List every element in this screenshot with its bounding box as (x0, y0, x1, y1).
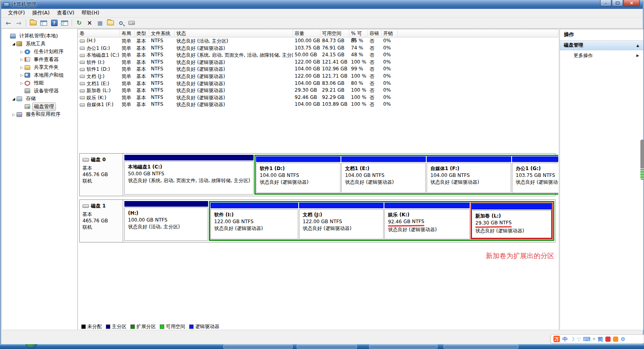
forward-button[interactable]: → (14, 18, 23, 27)
table-row[interactable]: 娱乐 (K:) 简单 基本 NTFS 状态良好 (逻辑驱动器) 92.46 GB… (78, 94, 558, 101)
tree-item-storage[interactable]: ◢存储 (2, 95, 77, 103)
open-folder-icon (107, 21, 114, 25)
task-scheduler-icon (25, 49, 30, 54)
partition-f[interactable]: 自媒体1 (F:)104.00 GB NTFS状态良好 (逻辑驱动器) (427, 156, 511, 193)
partition-k[interactable]: 娱乐 (K:)92.46 GB NTFS状态良好 (逻辑驱动器) (384, 203, 470, 239)
collapsed-arrow-icon[interactable]: ▷ (11, 113, 16, 117)
side-scroll-handle[interactable] (640, 140, 644, 180)
delete-button[interactable]: × (85, 18, 94, 27)
table-row[interactable]: 办公1 (G:) 简单 基本 NTFS 状态良好 (逻辑驱动器) 103.75 … (78, 45, 558, 52)
ime-settings-gear-icon[interactable]: ⚙ (621, 337, 625, 342)
expanded-arrow-icon[interactable]: ◢ (11, 42, 16, 46)
partition-j[interactable]: 文档 (J:)122.00 GB NTFS状态良好 (逻辑驱动器) (299, 203, 384, 239)
table-row[interactable]: 软件 (I:) 简单 基本 NTFS 状态良好 (逻辑驱动器) 122.00 G… (78, 59, 558, 66)
col-capacity[interactable]: 容量 (293, 29, 320, 37)
ime-lang-icon[interactable]: 中 (562, 337, 568, 342)
menu-file[interactable]: 文件(F) (4, 9, 29, 17)
extended-partition-disk1: 软件 (I:)122.00 GB NTFS状态良好 (逻辑驱动器) 文档 (J:… (209, 201, 554, 241)
tree-item-device-manager[interactable]: 设备管理器 (2, 87, 77, 95)
col-type[interactable]: 类型 (135, 29, 149, 37)
disk-0-info[interactable]: 磁盘 0 基本 465.76 GB 联机 (80, 154, 123, 196)
partition-e[interactable]: 文档1 (E:)104.00 GB NTFS状态良好 (逻辑驱动器) (341, 156, 426, 193)
table-row[interactable]: 本地磁盘1 (C:) 简单 基本 NTFS 状态良好 (系统, 启动, 页面文件… (78, 51, 558, 59)
collapsed-arrow-icon[interactable]: ▷ (19, 73, 24, 77)
taskbar-button[interactable] (444, 345, 518, 349)
open-button[interactable] (106, 18, 115, 27)
menu-action[interactable]: 操作(A) (29, 9, 53, 17)
menu-help[interactable]: 帮助(H) (78, 9, 103, 17)
partition-l-new-volume[interactable]: 新加卷 (L:)29.30 GB NTFS状态良好 (逻辑驱动器) (471, 203, 553, 239)
console-tree-button[interactable] (39, 18, 48, 27)
col-status[interactable]: 状态 (175, 29, 293, 37)
tree-item-services-applications[interactable]: ▷服务和应用程序 (2, 111, 77, 119)
collapsed-arrow-icon[interactable]: ▷ (19, 57, 24, 62)
partition-legend: 未分配 主分区 扩展分区 可用空间 逻辑驱动器 (81, 323, 219, 330)
table-row[interactable]: (H:) 简单 基本 NTFS 状态良好 (活动, 主分区) 100.00 GB… (78, 37, 558, 45)
taskbar-button[interactable] (369, 345, 438, 349)
table-row[interactable]: 文档 (J:) 简单 基本 NTFS 状态良好 (逻辑驱动器) 122.00 G… (78, 73, 558, 80)
menu-view[interactable]: 查看(V) (53, 9, 78, 17)
tree-item-event-viewer[interactable]: ▷事件查看器 (2, 56, 77, 64)
action-pane-button[interactable] (60, 18, 69, 27)
tree-item-computer-management[interactable]: 计算机管理(本地) (2, 32, 77, 40)
collapsed-arrow-icon[interactable]: ▷ (19, 50, 24, 54)
partition-h[interactable]: (H:)100.00 GB NTFS状态良好 (活动, 主分区) (124, 201, 208, 241)
ime-keyboard-icon[interactable]: ⌨ (583, 337, 590, 342)
ime-moon-icon[interactable]: ☽ (570, 337, 575, 342)
col-percent-free[interactable]: % 可用 (349, 29, 368, 37)
tree-item-performance[interactable]: ▷性能 (2, 79, 77, 87)
tree-item-system-tools[interactable]: ◢系统工具 (2, 40, 77, 48)
taskbar-button[interactable] (297, 345, 357, 349)
logical-drive-bar (427, 156, 511, 162)
partition-g[interactable]: 办公1 (G:)103.75 GB NTFS状态良好 (逻辑驱动器) (512, 156, 558, 193)
taskbar[interactable] (0, 344, 644, 349)
export-list-button[interactable] (29, 18, 38, 27)
tree-item-shared-folders[interactable]: ▷共享文件夹 (2, 64, 77, 72)
collapse-arrow-icon[interactable]: ▲ (636, 43, 639, 47)
disk-1-info[interactable]: 磁盘 1 基本 465.76 GB 联机 (80, 200, 123, 242)
minimize-button[interactable]: – (600, 0, 611, 6)
title-bar[interactable]: 计算机管理 – × (1, 0, 643, 9)
tree-item-local-users-groups[interactable]: ▷本地用户和组 (2, 72, 77, 80)
col-fault-tolerance[interactable]: 容错 (368, 29, 382, 37)
col-overhead[interactable]: 开销 (382, 29, 398, 37)
partition-i[interactable]: 软件 (I:)122.00 GB NTFS状态良好 (逻辑驱动器) (211, 203, 298, 239)
partition-c[interactable]: 本地磁盘1 (C:)50.00 GB NTFS状态良好 (系统, 启动, 页面文… (124, 155, 254, 195)
tree-item-disk-management[interactable]: 磁盘管理 (2, 103, 77, 111)
expanded-arrow-icon[interactable]: ◢ (11, 97, 16, 101)
toolbar: ← → ? ↻ × ▦ (1, 18, 643, 29)
ime-punctuation-icon[interactable]: ∵ (577, 337, 580, 342)
table-row[interactable]: 自媒体1 (F:) 简单 基本 NTFS 状态良好 (逻辑驱动器) 104.00… (78, 101, 558, 108)
storage-icon (17, 96, 22, 101)
start-orb-icon[interactable] (25, 344, 38, 348)
partition-d[interactable]: 软件1 (D:)104.00 GB NTFS状态良好 (逻辑驱动器) (256, 156, 341, 193)
actions-section-disk-management[interactable]: 磁盘管理 ▲ (560, 41, 643, 50)
refresh-button[interactable]: ↻ (74, 18, 84, 27)
ime-store-icon[interactable] (613, 337, 618, 342)
collapsed-arrow-icon[interactable]: ▷ (19, 81, 24, 85)
back-button[interactable]: ← (4, 18, 13, 27)
table-row[interactable]: 文档1 (E:) 简单 基本 NTFS 状态良好 (逻辑驱动器) 104.00 … (78, 80, 558, 87)
col-free-space[interactable]: 可用空间 (320, 29, 349, 37)
table-row[interactable]: 新加卷 (L:) 简单 基本 NTFS 状态良好 (逻辑驱动器) 29.30 G… (78, 87, 558, 94)
more-actions-item[interactable]: 更多操作 ▶ (560, 50, 643, 61)
menu-bar: 文件(F) 操作(A) 查看(V) 帮助(H) (1, 9, 643, 18)
col-volume[interactable]: 卷 (78, 29, 120, 37)
help-button[interactable]: ? (50, 18, 59, 27)
table-row[interactable]: 软件1 (D:) 简单 基本 NTFS 状态良好 (逻辑驱动器) 104.00 … (78, 66, 558, 73)
services-icon (17, 112, 22, 117)
close-button[interactable]: × (623, 0, 640, 6)
collapsed-arrow-icon[interactable]: ▷ (19, 66, 24, 70)
ime-mode-icon[interactable]: 万 (553, 336, 560, 342)
disk-tool-button[interactable] (127, 18, 136, 27)
taskbar-button[interactable] (223, 345, 293, 349)
search-button[interactable] (116, 18, 126, 27)
col-layout[interactable]: 布局 (120, 29, 135, 37)
tree-item-task-scheduler[interactable]: ▷任务计划程序 (2, 48, 77, 56)
disk-0-row: 磁盘 0 基本 465.76 GB 联机 本地磁盘1 (C:)50.00 GB … (79, 153, 555, 196)
col-filesystem[interactable]: 文件系统 (149, 29, 175, 37)
maximize-button[interactable] (612, 0, 623, 6)
ime-emoji-icon[interactable] (605, 337, 611, 342)
ime-simplified-icon[interactable]: 简 (598, 337, 603, 342)
properties-button[interactable]: ▦ (95, 18, 105, 27)
